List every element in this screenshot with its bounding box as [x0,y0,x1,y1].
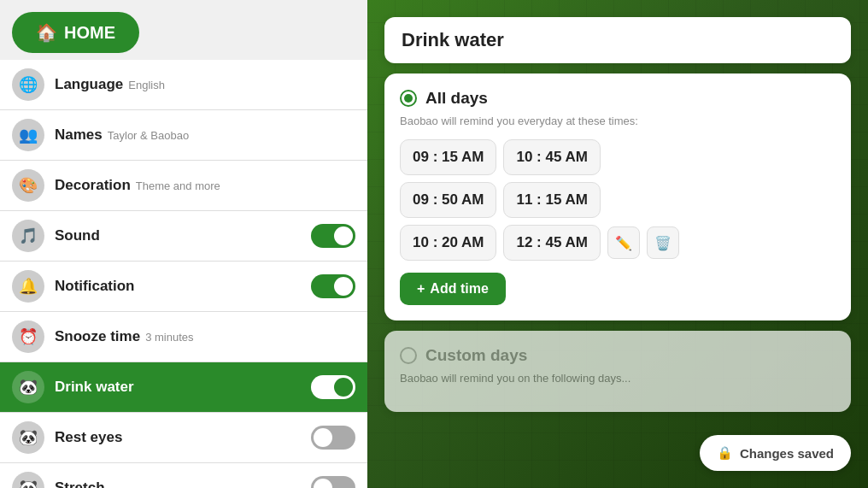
all-days-sublabel: Baobao will remind you everyday at these… [400,115,836,127]
sidebar-main-label-rest_eyes: Rest eyes [55,429,122,445]
lock-icon: 🔒 [717,445,733,461]
toggle-knob-stretch [314,479,332,488]
sidebar-label-names: NamesTaylor & Baobao [55,126,189,144]
rest_eyes-icon: 🐼 [12,421,44,454]
custom-days-radio-row[interactable]: Custom days [400,346,836,365]
sidebar-label-stretch: Stretch [55,479,105,488]
custom-days-sublabel: Baobao will remind you on the following … [400,372,836,385]
drink_water-icon: 🐼 [12,371,44,403]
all-days-card: All days Baobao will remind you everyday… [384,73,851,320]
sidebar-label-decoration: DecorationTheme and more [55,177,220,194]
toggle-sound[interactable] [311,224,355,248]
sidebar-item-snooze[interactable]: ⏰Snooze time3 minutes [0,312,367,362]
sound-icon: 🎵 [12,220,44,252]
time-chip-1-2[interactable]: 10 : 45 AM [503,139,600,175]
custom-days-card: Custom days Baobao will remind you on th… [384,331,851,412]
sidebar-main-label-sound: Sound [55,227,100,244]
sidebar-sublabel-snooze: 3 minutes [145,331,193,344]
sidebar-label-drink_water: Drink water [55,379,134,396]
language-icon: 🌐 [12,68,44,101]
all-days-radio[interactable] [400,90,417,107]
time-chip-3-2[interactable]: 12 : 45 AM [503,225,600,261]
toggle-drink_water[interactable] [311,375,355,399]
home-icon: 🏠 [36,22,57,43]
sidebar-item-rest_eyes[interactable]: 🐼Rest eyes [0,413,367,463]
all-days-radio-row[interactable]: All days [400,89,836,108]
sidebar-label-snooze: Snooze time3 minutes [55,328,194,345]
times-row-2: 09 : 50 AM 11 : 15 AM [400,182,836,218]
changes-saved-label: Changes saved [740,446,834,461]
sidebar-label-language: LanguageEnglish [55,76,165,93]
time-chip-3-1[interactable]: 10 : 20 AM [400,225,496,261]
main-content: Drink water All days Baobao will remind … [367,0,868,488]
delete-button[interactable]: 🗑️ [647,226,679,259]
sidebar-main-label-snooze: Snooze time [55,328,140,344]
sidebar-label-notification: Notification [55,278,135,295]
sidebar-item-notification[interactable]: 🔔Notification [0,262,367,312]
toggle-notification[interactable] [311,274,355,298]
stretch-icon: 🐼 [12,472,44,488]
sidebar-item-drink_water[interactable]: 🐼Drink water [0,362,367,413]
sidebar-item-decoration[interactable]: 🎨DecorationTheme and more [0,161,367,211]
add-time-button[interactable]: + Add time [400,273,506,305]
pencil-icon: ✏️ [615,235,632,251]
notification-icon: 🔔 [12,270,44,303]
sidebar-main-label-notification: Notification [55,278,135,294]
panel-title: Drink water [384,17,851,63]
snooze-icon: ⏰ [12,320,44,353]
content-wrapper: Drink water All days Baobao will remind … [384,17,851,412]
time-chip-1-1[interactable]: 09 : 15 AM [400,139,496,175]
toggle-stretch[interactable] [311,476,355,488]
sidebar: 🏠 HOME 🌐LanguageEnglish👥NamesTaylor & Ba… [0,0,367,488]
sidebar-items-list: 🌐LanguageEnglish👥NamesTaylor & Baobao🎨De… [0,60,367,488]
home-button[interactable]: 🏠 HOME [12,12,139,53]
sidebar-main-label-drink_water: Drink water [55,379,134,395]
sidebar-main-label-names: Names [55,126,103,143]
toggle-knob-sound [334,226,353,245]
sidebar-main-label-decoration: Decoration [55,177,131,193]
changes-saved-badge: 🔒 Changes saved [700,435,851,471]
toggle-knob-drink_water [334,378,353,397]
toggle-knob-notification [334,277,353,296]
sidebar-main-label-stretch: Stretch [55,479,105,488]
trash-icon: 🗑️ [654,235,672,251]
sidebar-main-label-language: Language [55,76,123,92]
toggle-rest_eyes[interactable] [311,426,355,450]
sidebar-sublabel-names: Taylor & Baobao [108,129,189,142]
names-icon: 👥 [12,119,44,151]
custom-days-label: Custom days [425,346,527,365]
sidebar-item-sound[interactable]: 🎵Sound [0,211,367,262]
sidebar-item-names[interactable]: 👥NamesTaylor & Baobao [0,110,367,161]
times-row-1: 09 : 15 AM 10 : 45 AM [400,139,836,175]
sidebar-sublabel-decoration: Theme and more [136,179,220,192]
custom-days-radio[interactable] [400,347,417,364]
time-chip-2-1[interactable]: 09 : 50 AM [400,182,496,218]
sidebar-item-stretch[interactable]: 🐼Stretch [0,463,367,488]
all-days-label: All days [425,89,488,108]
home-label: HOME [64,23,115,43]
plus-icon: + [417,281,425,297]
time-chip-2-2[interactable]: 11 : 15 AM [503,182,600,218]
toggle-knob-rest_eyes [314,428,332,447]
sidebar-item-language[interactable]: 🌐LanguageEnglish [0,60,367,110]
edit-button[interactable]: ✏️ [607,226,640,259]
times-row-3: 10 : 20 AM 12 : 45 AM ✏️ 🗑️ [400,225,836,261]
sidebar-label-rest_eyes: Rest eyes [55,429,122,446]
add-time-label: Add time [430,281,488,297]
decoration-icon: 🎨 [12,169,44,202]
sidebar-label-sound: Sound [55,227,100,244]
times-grid: 09 : 15 AM 10 : 45 AM 09 : 50 AM 11 : 15… [400,139,836,261]
sidebar-sublabel-language: English [128,79,165,91]
